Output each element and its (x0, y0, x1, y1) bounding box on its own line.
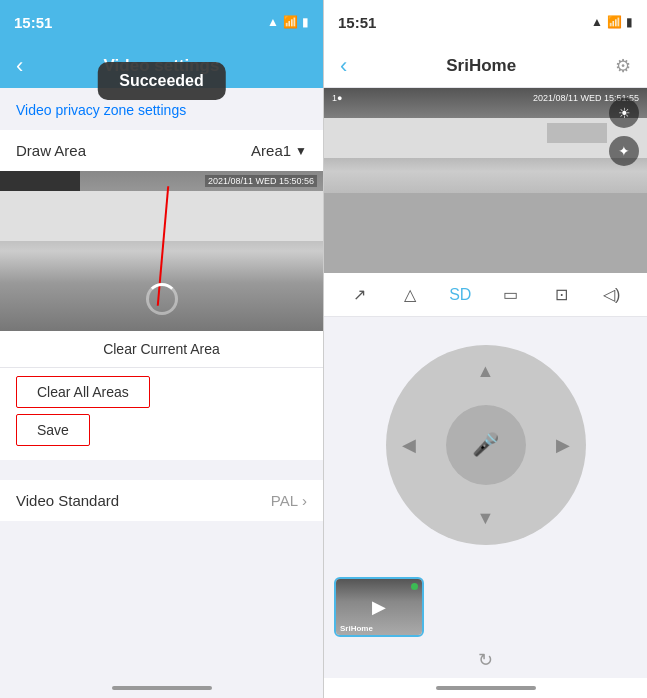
right-status-bar: 15:51 ▲ 📶 ▮ (324, 0, 647, 44)
left-panel: 15:51 ▲ 📶 ▮ ‹ Video settings Succeeded V… (0, 0, 323, 698)
camera-view-right: 1● 2021/08/11 WED 15:51:55 ☀ ✦ (324, 88, 647, 273)
draw-area-value: Area1 ▼ (251, 142, 307, 159)
controls-bar: ↗ △ SD ▭ ⊡ ◁) (324, 273, 647, 317)
warning-icon: △ (404, 285, 416, 304)
left-status-bar: 15:51 ▲ 📶 ▮ (0, 0, 323, 44)
sd-label: SD (449, 286, 471, 304)
draw-area-row[interactable]: Draw Area Area1 ▼ (0, 130, 323, 171)
brightness-high-icon[interactable]: ☀ (609, 98, 639, 128)
separator-space (0, 460, 323, 480)
left-home-indicator (0, 678, 323, 698)
play-icon: ▶ (372, 596, 386, 618)
right-panel: 15:51 ▲ 📶 ▮ ‹ SriHome ⚙ 1● 2021/08/11 WE… (323, 0, 647, 698)
volume-button[interactable]: ◁) (594, 277, 630, 313)
dropdown-arrow-icon: ▼ (295, 144, 307, 158)
thumbnail-label: SriHome (340, 624, 373, 633)
right-wall (324, 193, 647, 273)
save-button[interactable]: Save (16, 414, 90, 446)
dpad-down-button[interactable]: ▼ (477, 508, 495, 529)
right-wifi-icon: 📶 (607, 15, 622, 29)
clear-current-area[interactable]: Clear Current Area (0, 331, 323, 368)
mic-icon: 🎤 (472, 432, 499, 458)
room-ceiling (0, 191, 323, 241)
video-standard-row[interactable]: Video Standard PAL › (0, 480, 323, 521)
draw-area-label: Draw Area (16, 142, 86, 159)
camera-icon: ⊡ (555, 285, 568, 304)
video-standard-value: PAL › (271, 492, 307, 509)
video-standard-label: Video Standard (16, 492, 119, 509)
camera-timestamp-left: 2021/08/11 WED 15:50:56 (205, 175, 317, 187)
right-nav-bar: ‹ SriHome ⚙ (324, 44, 647, 88)
camera-button[interactable]: ⊡ (543, 277, 579, 313)
thumbnail-row: ▶ SriHome (324, 572, 647, 642)
succeeded-toast: Succeeded (97, 62, 225, 100)
settings-icon[interactable]: ⚙ (615, 55, 631, 77)
right-home-bar (436, 686, 536, 690)
dpad-area: ▲ ▼ ◀ ▶ 🎤 (324, 317, 647, 572)
live-indicator (411, 583, 418, 590)
signal-icon: ▲ (267, 15, 279, 29)
right-bottom-controls: ↻ (324, 642, 647, 678)
dpad-center-button[interactable]: 🎤 (446, 405, 526, 485)
left-content: Video privacy zone settings Draw Area Ar… (0, 88, 323, 678)
clear-all-areas-button[interactable]: Clear All Areas (16, 376, 150, 408)
sd-button[interactable]: SD (442, 277, 478, 313)
wifi-icon: 📶 (283, 15, 298, 29)
home-bar (112, 686, 212, 690)
buttons-section: Clear All Areas Save (0, 368, 323, 460)
dpad-left-button[interactable]: ◀ (402, 434, 416, 456)
dpad-up-button[interactable]: ▲ (477, 361, 495, 382)
succeeded-text: Succeeded (119, 72, 203, 89)
right-signal-icon: ▲ (591, 15, 603, 29)
chevron-right-icon: › (302, 492, 307, 509)
expand-icon: ↗ (353, 285, 366, 304)
video-icon: ▭ (503, 285, 518, 304)
right-nav-title: SriHome (446, 56, 516, 76)
right-back-button[interactable]: ‹ (340, 53, 347, 79)
loading-spinner (146, 283, 178, 315)
dpad-container: ▲ ▼ ◀ ▶ 🎤 (386, 345, 586, 545)
right-light-fixture (547, 123, 607, 143)
battery-icon: ▮ (302, 15, 309, 29)
volume-icon: ◁) (603, 285, 620, 304)
warning-button[interactable]: △ (392, 277, 428, 313)
left-time: 15:51 (14, 14, 52, 31)
rec-indicator: 1● (332, 93, 342, 103)
right-status-icons: ▲ 📶 ▮ (591, 15, 633, 29)
back-button[interactable]: ‹ (16, 55, 23, 77)
refresh-icon[interactable]: ↻ (478, 649, 493, 671)
brightness-low-icon[interactable]: ✦ (609, 136, 639, 166)
right-time: 15:51 (338, 14, 376, 31)
dpad-outer[interactable]: ▲ ▼ ◀ ▶ 🎤 (386, 345, 586, 545)
left-status-icons: ▲ 📶 ▮ (267, 15, 309, 29)
camera-thumbnail[interactable]: ▶ SriHome (334, 577, 424, 637)
expand-button[interactable]: ↗ (341, 277, 377, 313)
right-battery-icon: ▮ (626, 15, 633, 29)
right-home-indicator (324, 678, 647, 698)
video-button[interactable]: ▭ (493, 277, 529, 313)
camera-feed-right: 1● 2021/08/11 WED 15:51:55 (324, 88, 647, 273)
dpad-right-button[interactable]: ▶ (556, 434, 570, 456)
camera-view-left: 2021/08/11 WED 15:50:56 (0, 171, 323, 331)
